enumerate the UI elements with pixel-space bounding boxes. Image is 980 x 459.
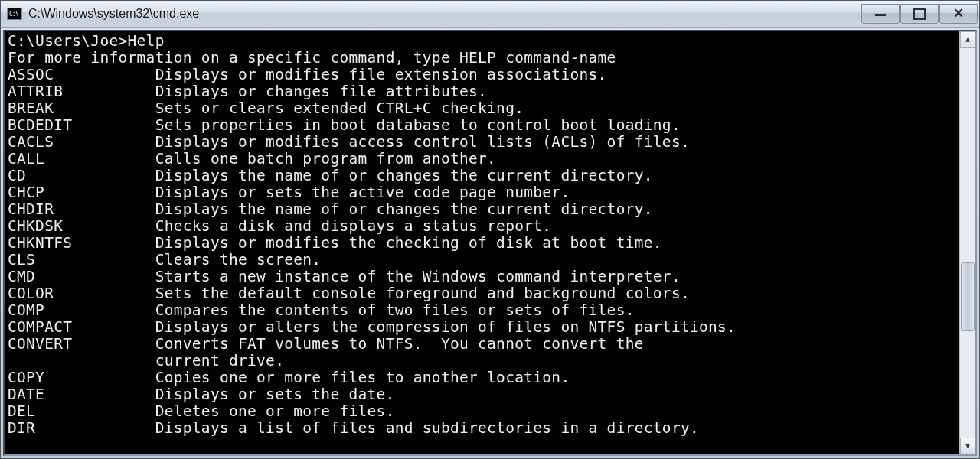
scroll-track[interactable]	[960, 48, 975, 438]
scroll-up-button[interactable]: ▲	[960, 31, 975, 48]
scroll-thumb[interactable]	[961, 262, 975, 331]
console-output[interactable]: C:\Users\Joe>Help For more information o…	[5, 31, 959, 454]
vertical-scrollbar[interactable]: ▲ ▼	[959, 31, 975, 454]
window-title: C:\Windows\system32\cmd.exe	[28, 7, 199, 21]
cmd-app-icon	[7, 8, 22, 20]
minimize-button[interactable]	[861, 4, 900, 24]
window-controls: ✕	[861, 5, 978, 24]
titlebar[interactable]: C:\Windows\system32\cmd.exe ✕	[1, 1, 979, 28]
close-button[interactable]: ✕	[939, 4, 978, 24]
maximize-button[interactable]	[900, 4, 939, 24]
scroll-down-button[interactable]: ▼	[960, 438, 975, 454]
cmd-window: C:\Windows\system32\cmd.exe ✕ C:\Users\J…	[0, 0, 980, 459]
console-area: C:\Users\Joe>Help For more information o…	[3, 30, 977, 456]
